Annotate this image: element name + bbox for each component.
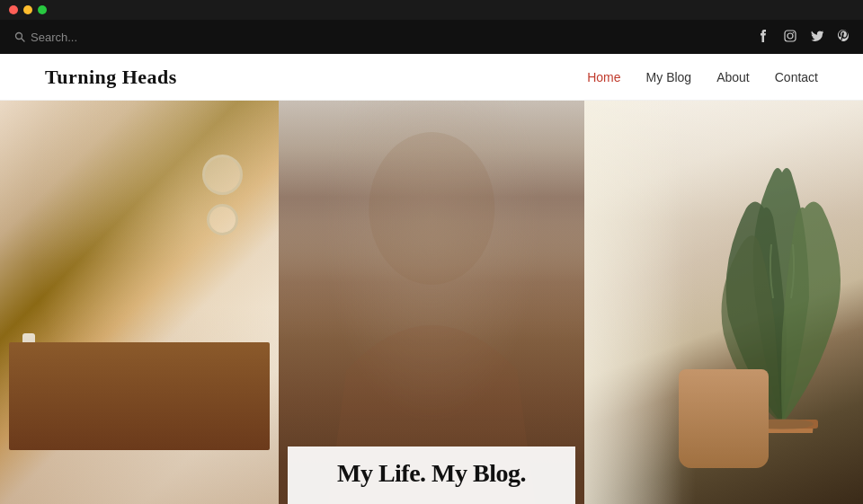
- svg-point-7: [751, 419, 814, 429]
- curtain-light: [584, 101, 681, 504]
- laptop-decor: [72, 417, 171, 428]
- top-bar: Search...: [0, 20, 863, 54]
- svg-point-4: [793, 31, 795, 33]
- instagram-icon[interactable]: [784, 30, 796, 45]
- nav-item-about[interactable]: About: [716, 70, 750, 84]
- svg-point-5: [369, 132, 494, 285]
- site-nav: Home My Blog About Contact: [587, 70, 818, 84]
- circle-decor-2: [207, 204, 238, 235]
- circle-decor-1: [202, 155, 243, 195]
- vase-decor: [22, 333, 35, 383]
- browser-chrome: [0, 0, 863, 20]
- pinterest-icon[interactable]: [838, 30, 849, 45]
- nav-item-contact[interactable]: Contact: [775, 70, 818, 84]
- nav-item-home[interactable]: Home: [587, 70, 620, 84]
- traffic-light-green[interactable]: [38, 5, 47, 14]
- site-header: Turning Heads Home My Blog About Contact: [0, 54, 863, 101]
- portrait-silhouette: [279, 101, 585, 504]
- hero-panel-right: [584, 101, 863, 504]
- hero-section: My Life. My Blog.: [0, 101, 863, 504]
- hero-tagline: My Life. My Blog.: [337, 459, 526, 487]
- site-title: Turning Heads: [45, 66, 177, 89]
- twitter-icon[interactable]: [811, 31, 823, 44]
- hero-text-overlay: My Life. My Blog.: [288, 447, 575, 504]
- search-area[interactable]: Search...: [14, 31, 77, 44]
- hero-panel-left: [0, 101, 279, 504]
- search-placeholder: Search...: [31, 31, 77, 44]
- wall-decor: [202, 155, 243, 244]
- svg-point-3: [787, 33, 793, 39]
- svg-rect-2: [785, 31, 796, 41]
- paper-decor: [25, 375, 111, 436]
- nav-item-myblog[interactable]: My Blog: [646, 70, 692, 84]
- plant-svg: [710, 119, 854, 433]
- svg-line-1: [22, 39, 24, 41]
- search-icon: [14, 31, 25, 42]
- social-icons: [757, 30, 849, 45]
- traffic-light-red[interactable]: [9, 5, 18, 14]
- facebook-icon[interactable]: [757, 30, 770, 45]
- traffic-light-yellow[interactable]: [23, 5, 32, 14]
- hero-panel-center: My Life. My Blog.: [279, 101, 585, 504]
